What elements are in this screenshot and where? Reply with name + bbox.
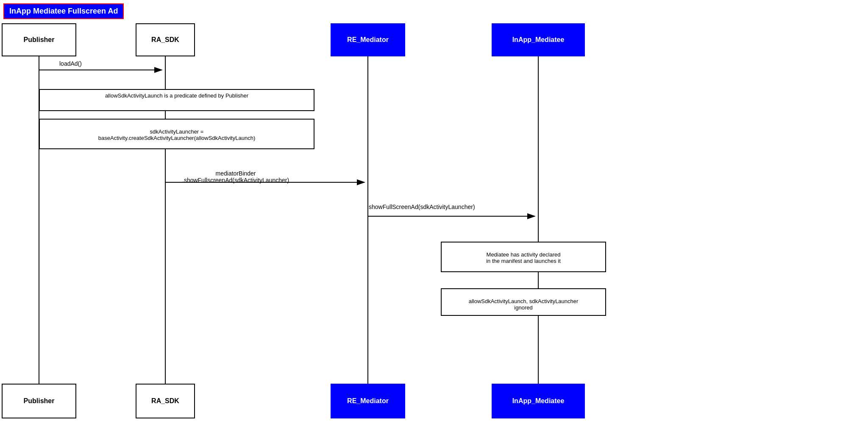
note-sdk-launcher: sdkActivityLauncher = baseActivity.creat… <box>39 119 314 149</box>
note-ignored: allowSdkActivityLaunch, sdkActivityLaunc… <box>441 288 606 316</box>
actor-rasdk-bot: RA_SDK <box>136 384 195 418</box>
sequence-diagram: InApp Mediatee Fullscreen Ad Publisher R… <box>0 0 868 432</box>
actor-inappmediatee-bot: InApp_Mediatee <box>492 384 585 418</box>
actor-publisher-bot: Publisher <box>2 384 76 418</box>
actor-inappmediatee-top: InApp_Mediatee <box>492 23 585 56</box>
label-mediator-binder: mediatorBinder .showFullscreenAd(sdkActi… <box>182 163 289 184</box>
diagram-title: InApp Mediatee Fullscreen Ad <box>3 3 124 19</box>
label-loadad: loadAd() <box>59 60 82 67</box>
label-showfullscreenad: showFullScreenAd(sdkActivityLauncher) <box>369 203 475 210</box>
actor-publisher-top: Publisher <box>2 23 76 56</box>
actor-remediator-top: RE_Mediator <box>331 23 405 56</box>
actor-rasdk-top: RA_SDK <box>136 23 195 56</box>
actor-remediator-bot: RE_Mediator <box>331 384 405 418</box>
note-predicate: allowSdkActivityLaunch is a predicate de… <box>39 89 314 111</box>
note-mediatee-activity: Mediatee has activity declared in the ma… <box>441 242 606 272</box>
arrows-svg <box>0 0 868 432</box>
